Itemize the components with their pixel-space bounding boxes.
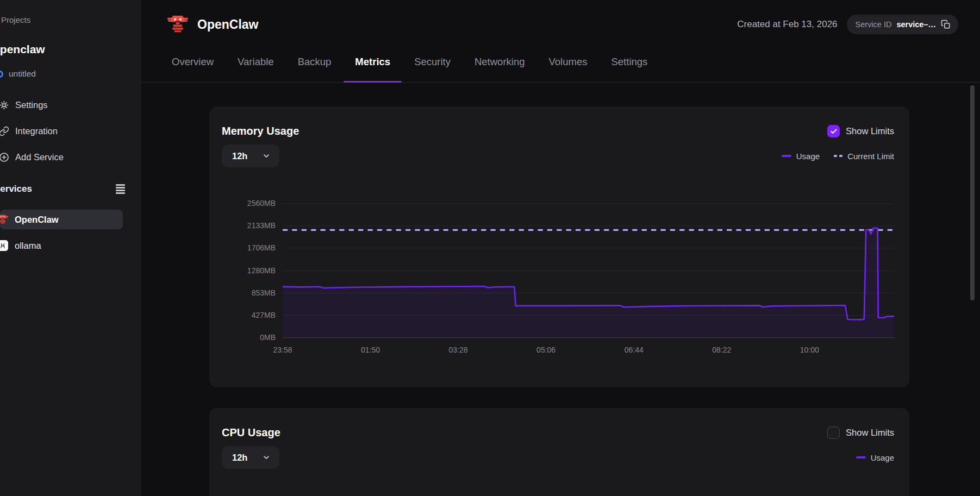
tab-bar: OverviewVariableBackupMetricsSecurityNet… xyxy=(141,41,980,83)
cpu-legend: Usage xyxy=(856,453,894,462)
show-limits-label: Show Limits xyxy=(846,428,894,438)
scrollbar[interactable] xyxy=(970,85,975,300)
page-title: OpenClaw xyxy=(197,17,258,32)
range-value: 12h xyxy=(232,453,247,463)
gear-icon xyxy=(0,100,9,110)
tab-security[interactable]: Security xyxy=(414,41,451,82)
y-axis-tick: 853MB xyxy=(252,288,276,297)
service-id-value: service–… xyxy=(896,20,936,29)
services-list-icon[interactable] xyxy=(116,184,125,193)
legend-swatch xyxy=(856,456,866,459)
x-axis-tick: 05:06 xyxy=(536,346,555,354)
chevron-down-icon xyxy=(262,152,271,160)
tab-backup[interactable]: Backup xyxy=(298,41,332,82)
ollama-icon xyxy=(0,240,8,251)
cpu-usage-card: CPU Usage Show Limits 12h Usage xyxy=(209,408,909,496)
service-name: ollama xyxy=(15,241,41,251)
y-axis-tick: 427MB xyxy=(252,311,276,319)
app-root: Projects openclaw untitled SettingsInteg… xyxy=(0,0,980,496)
x-axis-tick: 10:00 xyxy=(800,346,819,354)
memory-usage-card: Memory Usage Show Limits 12h UsageCurren… xyxy=(209,106,909,387)
legend-swatch xyxy=(782,155,791,157)
lobster-icon xyxy=(0,214,8,225)
x-axis-tick: 08:22 xyxy=(712,346,731,354)
service-item-openclaw[interactable]: OpenClaw xyxy=(0,210,123,229)
legend-item-current-limit: Current Limit xyxy=(834,152,894,161)
topbar: OpenClaw Created at Feb 13, 2026 Service… xyxy=(141,0,980,41)
memory-legend: UsageCurrent Limit xyxy=(782,152,894,161)
plus-circle-icon xyxy=(0,152,9,162)
created-at-text: Created at Feb 13, 2026 xyxy=(737,19,837,30)
sidebar-item-add-service[interactable]: Add Service xyxy=(0,151,141,163)
service-item-ollama[interactable]: ollama xyxy=(0,236,123,255)
service-name: OpenClaw xyxy=(15,215,59,225)
y-axis-tick: 1280MB xyxy=(247,266,276,275)
chart-canvas xyxy=(283,203,894,337)
memory-usage-chart: 0MB427MB853MB1280MB1706MB2133MB2560MB23:… xyxy=(222,203,894,359)
projects-link[interactable]: Projects xyxy=(1,15,141,24)
legend-label: Usage xyxy=(796,152,820,161)
cpu-range-dropdown[interactable]: 12h xyxy=(222,446,279,469)
y-axis-tick: 2133MB xyxy=(247,221,276,230)
show-limits-label: Show Limits xyxy=(846,126,894,136)
content: Memory Usage Show Limits 12h UsageCurren… xyxy=(141,83,980,496)
environment-label: untitled xyxy=(9,69,36,79)
y-axis-tick: 1706MB xyxy=(247,243,276,252)
sidebar-item-settings[interactable]: Settings xyxy=(0,99,141,111)
tab-variable[interactable]: Variable xyxy=(238,41,274,82)
environment-selector[interactable]: untitled xyxy=(0,69,141,79)
tab-settings[interactable]: Settings xyxy=(611,41,647,82)
tab-volumes[interactable]: Volumes xyxy=(549,41,588,82)
y-axis-tick: 2560MB xyxy=(247,199,276,208)
environment-icon xyxy=(0,71,3,78)
legend-label: Usage xyxy=(871,453,894,462)
services-header-row: Services xyxy=(0,184,141,194)
sidebar-item-label: Add Service xyxy=(15,152,64,162)
legend-item-usage: Usage xyxy=(782,152,820,161)
legend-item-usage: Usage xyxy=(856,453,894,462)
sidebar-item-label: Settings xyxy=(15,100,48,110)
tab-metrics[interactable]: Metrics xyxy=(355,41,390,82)
sidebar-item-label: Integration xyxy=(15,126,58,136)
memory-show-limits[interactable]: Show Limits xyxy=(827,125,894,137)
project-name: openclaw xyxy=(0,43,141,56)
legend-swatch xyxy=(834,155,842,157)
show-limits-checkbox[interactable] xyxy=(827,125,840,137)
x-axis-tick: 01:50 xyxy=(361,346,380,354)
chevron-down-icon xyxy=(262,453,271,462)
memory-usage-title: Memory Usage xyxy=(222,125,299,137)
usage-area-fill xyxy=(283,228,894,338)
tab-networking[interactable]: Networking xyxy=(475,41,525,82)
x-axis-tick: 06:44 xyxy=(625,346,644,354)
services-list: OpenClawollama xyxy=(0,210,141,255)
sidebar-item-integration[interactable]: Integration xyxy=(0,125,141,137)
cpu-show-limits[interactable]: Show Limits xyxy=(827,426,894,439)
memory-range-dropdown[interactable]: 12h xyxy=(222,145,279,167)
openclaw-logo-icon xyxy=(167,15,188,34)
sidebar-nav: SettingsIntegrationAdd Service xyxy=(0,99,141,163)
copy-icon[interactable] xyxy=(941,20,951,29)
legend-label: Current Limit xyxy=(847,152,894,161)
tab-overview[interactable]: Overview xyxy=(172,41,214,82)
main: OpenClaw Created at Feb 13, 2026 Service… xyxy=(141,0,980,496)
services-header: Services xyxy=(0,184,32,194)
cpu-usage-title: CPU Usage xyxy=(222,426,280,439)
service-id-pill[interactable]: Service ID service–… xyxy=(847,15,958,34)
range-value: 12h xyxy=(232,151,247,161)
service-id-label: Service ID xyxy=(856,20,892,29)
y-axis-tick: 0MB xyxy=(260,333,276,342)
link-icon xyxy=(0,126,9,136)
x-axis-tick: 23:58 xyxy=(273,346,292,354)
show-limits-checkbox[interactable] xyxy=(827,426,840,439)
x-axis-tick: 03:28 xyxy=(449,346,468,354)
sidebar: Projects openclaw untitled SettingsInteg… xyxy=(0,0,141,496)
